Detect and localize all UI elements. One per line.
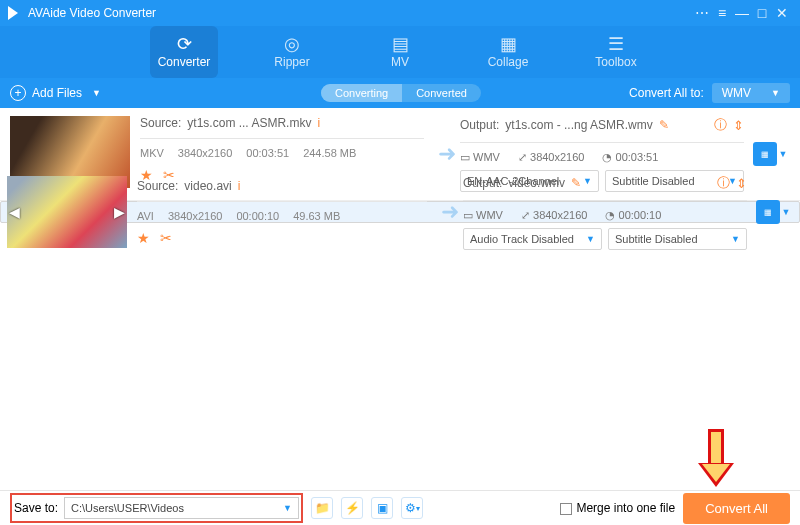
chevron-down-icon: ▼ <box>586 234 595 244</box>
thumbnail[interactable]: ◀▶ <box>7 176 127 248</box>
file-row: ◀▶ Source: video.avi i AVI3840x216000:00… <box>0 201 800 223</box>
status-segmented: Converting Converted <box>321 84 481 102</box>
app-title: AVAide Video Converter <box>28 6 156 20</box>
nav-toolbox[interactable]: ☰Toolbox <box>582 26 650 78</box>
convert-all-to-label: Convert All to: <box>629 86 704 100</box>
source-filename: video.avi <box>184 179 231 193</box>
arrow-right-icon: ➜ <box>434 116 460 192</box>
output-format-select[interactable]: WMV ▼ <box>712 83 790 103</box>
tab-converting[interactable]: Converting <box>321 84 402 102</box>
flash-button[interactable]: ⚡ <box>341 497 363 519</box>
audio-select[interactable]: Audio Track Disabled▼ <box>463 228 602 250</box>
image-icon: ▤ <box>392 35 409 53</box>
gpu-button[interactable]: ▣ <box>371 497 393 519</box>
minimize-icon[interactable]: — <box>732 5 752 21</box>
info-icon[interactable]: ⓘ <box>717 174 730 192</box>
app-logo-icon <box>8 6 22 20</box>
chevron-down-icon[interactable]: ▼ <box>779 149 788 159</box>
format-badge[interactable]: ▦ <box>753 142 777 166</box>
source-filename: yt1s.com ... ASMR.mkv <box>187 116 311 130</box>
file-list: Source: yt1s.com ... ASMR.mkv i MKV3840x… <box>0 108 800 490</box>
nav-collage[interactable]: ▦Collage <box>474 26 542 78</box>
save-path-select[interactable]: C:\Users\USER\Videos▼ <box>64 497 299 519</box>
add-files-button[interactable]: + Add Files ▼ <box>10 85 101 101</box>
cut-icon[interactable]: ✂ <box>160 230 172 246</box>
compress-icon[interactable]: ⇕ <box>736 176 747 191</box>
subtitle-select[interactable]: Subtitle Disabled▼ <box>608 228 747 250</box>
tab-converted[interactable]: Converted <box>402 84 481 102</box>
sub-bar: + Add Files ▼ Converting Converted Conve… <box>0 78 800 108</box>
output-filename: yt1s.com - ...ng ASMR.wmv <box>505 118 652 132</box>
chevron-down-icon: ▼ <box>771 88 780 98</box>
toolbox-icon: ☰ <box>608 35 624 53</box>
info-icon[interactable]: ⓘ <box>714 116 727 134</box>
grid-icon: ▦ <box>500 35 517 53</box>
edit-icon[interactable]: ✎ <box>571 176 581 190</box>
main-nav: ⟳Converter ◎Ripper ▤MV ▦Collage ☰Toolbox <box>0 26 800 78</box>
output-filename: video.wmv <box>508 176 565 190</box>
info-icon[interactable]: i <box>317 116 320 130</box>
disc-icon: ◎ <box>284 35 300 53</box>
chevron-down-icon: ▼ <box>731 234 740 244</box>
nav-ripper[interactable]: ◎Ripper <box>258 26 326 78</box>
info-icon[interactable]: i <box>238 179 241 193</box>
chevron-down-icon: ▼ <box>92 88 101 98</box>
nav-mv[interactable]: ▤MV <box>366 26 434 78</box>
maximize-icon[interactable]: □ <box>752 5 772 21</box>
title-bar: AVAide Video Converter ⋯ ≡ — □ ✕ <box>0 0 800 26</box>
close-icon[interactable]: ✕ <box>772 5 792 21</box>
chevron-down-icon: ▼ <box>283 503 292 513</box>
nav-converter[interactable]: ⟳Converter <box>150 26 218 78</box>
footer-bar: Save to: C:\Users\USER\Videos▼ 📁 ⚡ ▣ ⚙▾ … <box>0 490 800 525</box>
annotation-arrow-icon <box>700 429 732 489</box>
format-badge[interactable]: ▦ <box>756 200 780 224</box>
save-to-label: Save to: <box>14 501 58 515</box>
prev-frame-icon[interactable]: ◀ <box>9 204 20 220</box>
convert-all-button[interactable]: Convert All <box>683 493 790 524</box>
next-frame-icon[interactable]: ▶ <box>114 204 125 220</box>
edit-icon[interactable]: ✎ <box>659 118 669 132</box>
compress-icon[interactable]: ⇕ <box>733 118 744 133</box>
plus-icon: + <box>10 85 26 101</box>
annotation-highlight: Save to: C:\Users\USER\Videos▼ <box>10 493 303 523</box>
star-icon[interactable]: ★ <box>137 230 150 246</box>
menu-icon[interactable]: ≡ <box>712 5 732 21</box>
open-folder-button[interactable]: 📁 <box>311 497 333 519</box>
merge-checkbox[interactable]: Merge into one file <box>560 501 675 515</box>
refresh-icon: ⟳ <box>177 35 192 53</box>
feedback-icon[interactable]: ⋯ <box>692 5 712 21</box>
arrow-right-icon: ➜ <box>437 199 463 225</box>
chevron-down-icon[interactable]: ▼ <box>782 207 791 217</box>
settings-button[interactable]: ⚙▾ <box>401 497 423 519</box>
